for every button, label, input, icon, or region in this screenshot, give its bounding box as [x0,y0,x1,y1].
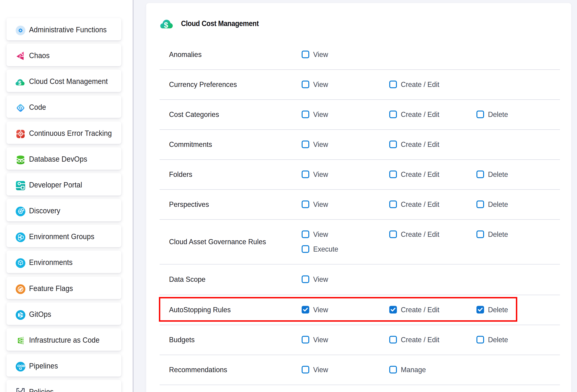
svg-text:$: $ [18,80,21,86]
svg-text:$: $ [164,21,168,29]
